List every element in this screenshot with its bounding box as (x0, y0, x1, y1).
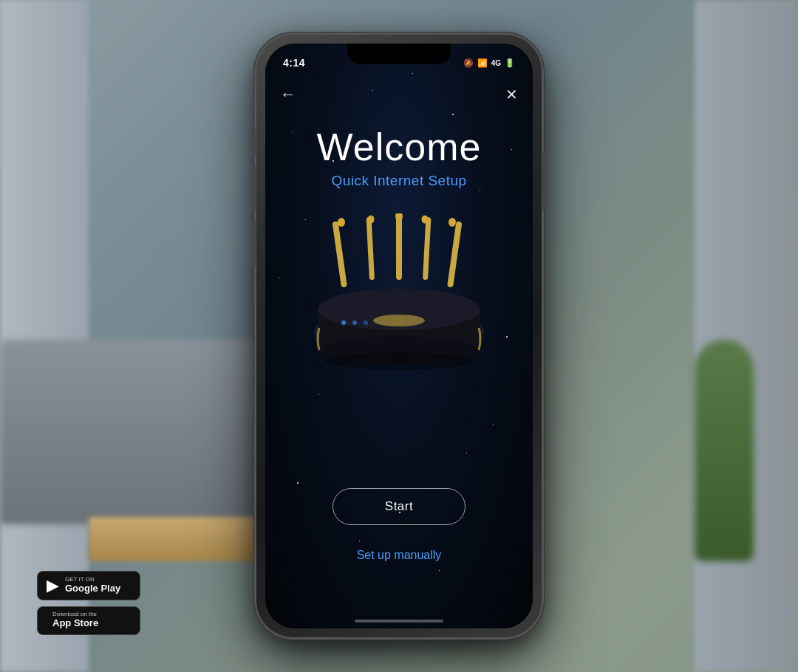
app-store-text: Download on the App Store (52, 611, 98, 630)
svg-rect-0 (332, 221, 347, 287)
svg-point-8 (422, 216, 429, 224)
close-button[interactable]: ✕ (505, 86, 518, 103)
svg-rect-2 (396, 215, 402, 280)
svg-point-18 (325, 352, 473, 370)
phone-power-button (542, 151, 545, 210)
app-store-badge[interactable]: Download on the App Store (37, 606, 140, 635)
svg-point-15 (352, 320, 357, 325)
svg-point-9 (449, 218, 456, 227)
home-indicator (355, 620, 443, 623)
setup-manually-link[interactable]: Set up manually (265, 549, 533, 562)
start-button-container: Start (265, 488, 533, 525)
google-play-icon: ▶ (47, 576, 59, 595)
nav-bar: ← ✕ (265, 76, 533, 113)
google-play-badge[interactable]: ▶ GET IT ON Google Play (37, 571, 140, 600)
start-button[interactable]: Start (332, 488, 466, 525)
svg-rect-3 (423, 217, 431, 280)
phone-frame: 4:14 🔕 📶 4G 🔋 ← ✕ Welcome Quick In (255, 33, 543, 639)
svg-point-14 (341, 320, 346, 325)
app-store-name: App Store (52, 617, 98, 630)
svg-rect-1 (366, 217, 375, 280)
back-button[interactable]: ← (280, 85, 296, 104)
mute-icon: 🔕 (463, 58, 474, 68)
phone-volume-up-button (253, 166, 256, 210)
4g-indicator: 4G (491, 59, 501, 67)
room-curtain-right (695, 0, 798, 672)
app-store-download-label: Download on the (52, 611, 98, 617)
phone-volume-down-button (253, 222, 256, 266)
phone-notch (347, 44, 451, 64)
phone-mute-button (253, 129, 256, 155)
phone-container: 4:14 🔕 📶 4G 🔋 ← ✕ Welcome Quick In (255, 33, 543, 639)
store-badges: ▶ GET IT ON Google Play Download on the … (37, 571, 140, 635)
battery-icon: 🔋 (505, 58, 515, 68)
google-play-get-label: GET IT ON (65, 577, 120, 583)
svg-point-13 (373, 315, 425, 326)
welcome-subtitle: Quick Internet Setup (265, 173, 533, 189)
signal-icon: 📶 (477, 58, 488, 68)
svg-rect-4 (447, 221, 462, 287)
google-play-store-name: Google Play (65, 583, 120, 595)
room-plant (695, 340, 754, 561)
status-icons: 🔕 📶 4G 🔋 (463, 58, 515, 68)
status-time: 4:14 (283, 57, 305, 69)
phone-screen: 4:14 🔕 📶 4G 🔋 ← ✕ Welcome Quick In (265, 44, 533, 628)
svg-point-16 (364, 320, 368, 325)
google-play-text: GET IT ON Google Play (65, 577, 120, 595)
router-image (303, 213, 495, 391)
welcome-title: Welcome (265, 125, 533, 169)
svg-point-6 (368, 216, 375, 224)
svg-point-5 (338, 218, 345, 227)
app-screen: 4:14 🔕 📶 4G 🔋 ← ✕ Welcome Quick In (265, 44, 533, 628)
